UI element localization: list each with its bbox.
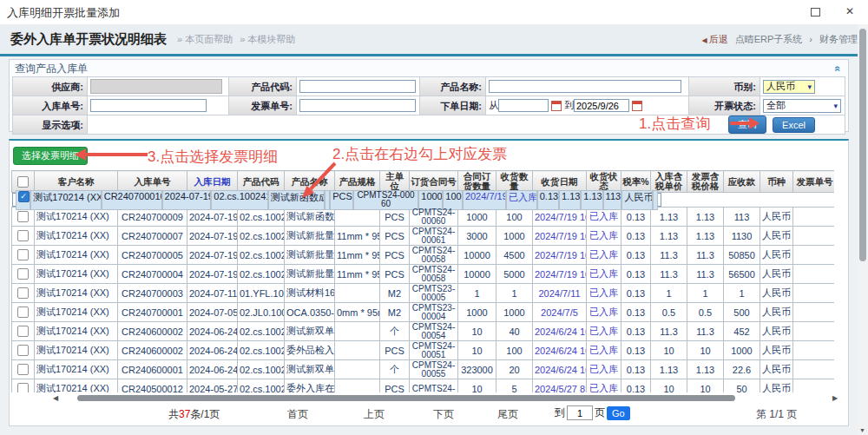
collapse-panel-icon[interactable]: «: [832, 66, 845, 72]
cell-product-name: 测试新批量领: [285, 227, 335, 246]
vertical-scrollbar-thumb[interactable]: [859, 29, 866, 261]
row-checkbox[interactable]: [17, 230, 29, 241]
cell-received-status[interactable]: 已入库: [587, 284, 621, 303]
cell-invoice-price: 0.5: [687, 303, 724, 322]
cell-invoice-no: [793, 208, 835, 227]
table-row: ✓测试170214 (XX)CR2407000102024-07-1902.cs…: [12, 193, 662, 207]
currency-label: 币别:: [689, 77, 760, 96]
cell-received-status[interactable]: 已入库: [587, 322, 621, 341]
column-header-invoice-price[interactable]: 发票含税价格: [687, 171, 724, 193]
row-checkbox[interactable]: [17, 268, 29, 280]
row-checkbox[interactable]: [17, 326, 29, 337]
product-code-input[interactable]: [299, 80, 416, 93]
cell-customer-name: 测试170214 (XX): [35, 360, 118, 379]
cell-currency: 人民币: [760, 246, 793, 265]
cell-received-qty: 5000: [496, 265, 533, 284]
table-row: 测试170214 (XX)CR2406000022024-06-2402.cs.…: [12, 322, 835, 341]
row-checkbox[interactable]: [17, 249, 29, 260]
cell-received-status[interactable]: 已入库: [587, 227, 621, 246]
cell-customer-name: 测试170214 (XX): [35, 341, 118, 360]
cell-received-date: 2024/7/19 10: [533, 208, 587, 227]
cell-received-status[interactable]: 已入库: [587, 303, 621, 322]
row-checkbox[interactable]: ✓: [18, 191, 30, 202]
row-checkbox[interactable]: [17, 306, 29, 318]
cell-received-status[interactable]: 已入库: [587, 341, 621, 360]
page-help-link[interactable]: » 本页面帮助: [177, 33, 233, 46]
select-all-checkbox[interactable]: [17, 176, 29, 188]
select-invoice-details-button[interactable]: 选择发票明细: [13, 147, 88, 165]
cell-received-status[interactable]: 已入库: [587, 379, 621, 393]
cell-product-code: 02.JL0.10000: [238, 303, 285, 322]
horizontal-scrollbar[interactable]: ◀ ▶: [10, 393, 848, 404]
cell-product-code: 02.cs.100245: [238, 379, 285, 393]
scroll-right-icon[interactable]: ▶: [832, 394, 838, 402]
date-to-input[interactable]: [574, 99, 629, 112]
cell-inbound-unit-price: 1.13: [559, 190, 581, 210]
cell-product-code: 02.cs.100244: [238, 360, 285, 379]
scroll-down-icon[interactable]: ▼: [859, 427, 865, 433]
row-checkbox[interactable]: [17, 383, 29, 392]
column-header-receivable-amount[interactable]: 应收款: [724, 171, 760, 193]
cell-unit: M2: [380, 303, 410, 322]
column-header-invoice-no[interactable]: 发票单号: [793, 171, 835, 193]
currency-select[interactable]: 人民币▾: [763, 80, 815, 94]
prev-page-link[interactable]: 上页: [364, 407, 385, 422]
cell-receivable-amount: 50: [724, 379, 760, 393]
cell-received-status[interactable]: 已入库: [587, 265, 621, 284]
cell-contract-qty: 1000: [458, 208, 496, 227]
cell-invoice-price: 10: [687, 341, 724, 360]
breadcrumb-system[interactable]: 点晴ERP子系统: [735, 33, 803, 46]
cell-inbound-unit-price: 11.3: [651, 322, 687, 341]
supplier-field[interactable]: [90, 79, 222, 94]
cell-received-status[interactable]: 已入库: [587, 208, 621, 227]
chevron-down-icon: ▾: [834, 102, 838, 110]
table-row: 测试170214 (XX)CR2407000052024-07-1902.cs.…: [12, 246, 835, 265]
cell-product-code: 02.cs.100246: [238, 246, 285, 265]
row-checkbox[interactable]: [17, 287, 29, 299]
cell-contract-qty: 10000: [458, 265, 496, 284]
cell-product-code: 02.cs.100244: [238, 322, 285, 341]
cell-receivable-amount: 22.6: [724, 360, 760, 379]
page-title: 委外入库单开票状况明细表: [10, 31, 167, 48]
column-header-currency[interactable]: 币种: [760, 171, 793, 193]
product-name-input[interactable]: [489, 80, 681, 93]
cell-received-date: 2024/7/19 10: [533, 265, 587, 284]
row-checkbox[interactable]: [17, 211, 29, 222]
search-button[interactable]: 查询: [728, 115, 766, 134]
go-button[interactable]: Go: [607, 406, 630, 420]
record-count-suffix: 条/1页: [190, 408, 220, 420]
cell-received-status[interactable]: 已入库: [587, 360, 621, 379]
row-checkbox[interactable]: [17, 345, 29, 356]
breadcrumb-module[interactable]: 财务管理: [819, 33, 858, 46]
cell-row-select: [12, 208, 35, 227]
cell-currency: 人民币: [760, 265, 793, 284]
first-page-link[interactable]: 首页: [287, 407, 308, 422]
cell-currency: 人民币: [760, 360, 793, 379]
vertical-scrollbar[interactable]: ▼: [858, 24, 868, 435]
scroll-left-icon[interactable]: ◀: [53, 394, 58, 402]
next-page-link[interactable]: 下页: [433, 407, 454, 422]
cell-contract-qty: 1: [458, 284, 496, 303]
calendar-icon-from[interactable]: [551, 101, 562, 111]
inbound-no-input[interactable]: [90, 99, 207, 112]
cell-received-status[interactable]: 已入库: [506, 190, 537, 210]
back-button[interactable]: ◀后退: [702, 33, 728, 46]
date-from-input[interactable]: [498, 99, 549, 112]
row-checkbox[interactable]: [17, 364, 29, 375]
maximize-icon[interactable]: [811, 8, 820, 16]
date-from-label: 从: [489, 99, 498, 112]
cell-product-name: 测试新双单位: [285, 360, 335, 379]
module-help-link[interactable]: » 本模块帮助: [240, 33, 295, 46]
page-number-input[interactable]: [567, 405, 593, 420]
calendar-icon-to[interactable]: [632, 101, 642, 111]
data-table: 客户名称入库单号入库日期产品代码产品名称产品规格主单位订货合同号合同订货数量收货…: [11, 170, 834, 392]
last-page-link[interactable]: 尾页: [497, 407, 518, 422]
invoice-no-input[interactable]: [299, 99, 416, 112]
cell-received-status[interactable]: 已入库: [587, 246, 621, 265]
cell-product-spec: [335, 284, 380, 303]
close-icon[interactable]: ✕: [845, 5, 854, 17]
excel-export-button[interactable]: Excel: [773, 117, 815, 133]
horizontal-scrollbar-thumb[interactable]: [77, 395, 735, 401]
cell-receivable-amount: 50850: [724, 246, 760, 265]
invoice-status-select[interactable]: 全部▾: [763, 99, 841, 113]
